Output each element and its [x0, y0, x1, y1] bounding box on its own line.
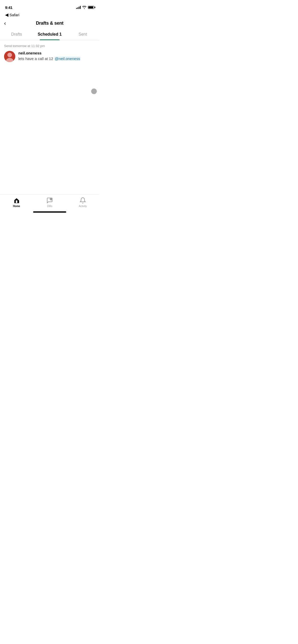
tabs-container: Drafts Scheduled 1 Sent: [0, 29, 99, 40]
nav-activity[interactable]: Activity: [66, 197, 99, 208]
tab-drafts[interactable]: Drafts: [0, 29, 33, 40]
home-indicator: [33, 211, 66, 213]
scheduled-content: Send tomorrow at 11:32 pm neil.oneness l…: [0, 40, 99, 66]
message-text: lets have a call at 12 @neil.oneness: [18, 56, 95, 61]
safari-back-arrow: ◀: [5, 12, 8, 18]
schedule-time-label: Send tomorrow at 11:32 pm: [0, 40, 99, 50]
back-button[interactable]: ‹: [4, 20, 6, 27]
dms-icon: [46, 197, 53, 204]
svg-point-4: [50, 198, 51, 199]
nav-dms[interactable]: DMs: [33, 197, 66, 208]
message-body: neil.oneness lets have a call at 12 @nei…: [18, 51, 95, 61]
content-area: Send tomorrow at 11:32 pm neil.oneness l…: [0, 40, 99, 188]
battery-icon: [88, 6, 94, 9]
scroll-indicator: [91, 89, 97, 94]
wifi-icon: [82, 6, 86, 9]
nav-home-label: Home: [13, 205, 20, 208]
nav-home[interactable]: Home: [0, 197, 33, 208]
safari-back[interactable]: ◀ Safari: [0, 11, 99, 19]
status-icons: [76, 6, 94, 9]
safari-label: Safari: [9, 13, 19, 17]
avatar-silhouette: [4, 51, 15, 62]
mention-tag[interactable]: @neil.oneness: [54, 56, 80, 61]
signal-icon: [76, 6, 81, 9]
page-title: Drafts & sent: [36, 21, 63, 26]
status-time: 9:41: [5, 5, 12, 10]
nav-dms-label: DMs: [47, 205, 52, 208]
tab-sent[interactable]: Sent: [66, 29, 99, 40]
status-bar: 9:41: [0, 0, 99, 11]
avatar: [4, 51, 15, 62]
activity-icon: [79, 197, 86, 204]
tab-scheduled[interactable]: Scheduled 1: [33, 29, 66, 40]
message-item[interactable]: neil.oneness lets have a call at 12 @nei…: [0, 50, 99, 66]
page-header: ‹ Drafts & sent: [0, 19, 99, 29]
nav-activity-label: Activity: [79, 205, 87, 208]
svg-point-1: [7, 53, 12, 57]
home-icon: [13, 197, 20, 204]
tab-active-indicator: [40, 39, 60, 40]
message-username: neil.oneness: [18, 51, 95, 55]
